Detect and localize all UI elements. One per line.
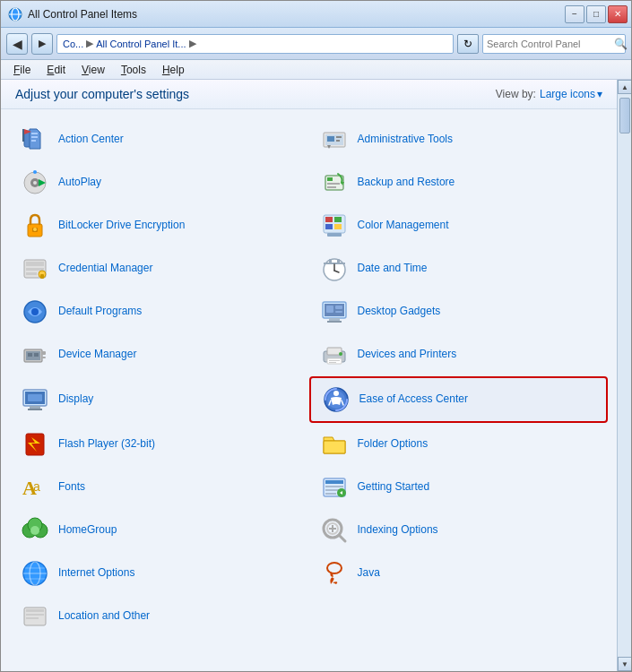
indexing-icon [318, 514, 351, 547]
chevron-down-icon: ▾ [597, 88, 602, 100]
svg-rect-84 [325, 480, 343, 484]
maximize-button[interactable]: □ [586, 5, 606, 23]
menu-help[interactable]: Help [155, 62, 192, 78]
svg-rect-6 [31, 136, 38, 138]
svg-rect-71 [28, 409, 42, 410]
svg-rect-37 [26, 268, 44, 271]
item-display[interactable]: Display [10, 376, 309, 423]
device-mgr-label: Device Manager [58, 348, 136, 362]
display-icon [19, 383, 51, 416]
svg-rect-60 [28, 353, 32, 357]
content-area: Adjust your computer's settings View by:… [1, 80, 631, 671]
viewby-value[interactable]: Large icons ▾ [540, 88, 602, 100]
scroll-up-button[interactable]: ▲ [618, 80, 631, 94]
getting-started-icon [318, 471, 351, 504]
ease-access-icon [320, 383, 352, 416]
search-box[interactable]: 🔍 [482, 34, 626, 54]
autoplay-icon [19, 167, 51, 199]
menu-edit[interactable]: Edit [39, 62, 73, 78]
item-java[interactable]: Java [309, 552, 609, 595]
default-progs-label: Default Programs [58, 305, 142, 319]
menu-bar: File Edit View Tools Help [1, 60, 631, 80]
scrollbar[interactable]: ▲ ▼ [617, 80, 631, 671]
desktop-gadgets-icon [318, 296, 351, 328]
svg-rect-54 [335, 306, 342, 309]
svg-rect-85 [325, 486, 343, 487]
title-bar: All Control Panel Items − □ ✕ [1, 1, 631, 28]
title-bar-left: All Control Panel Items [8, 7, 137, 22]
item-autoplay[interactable]: AutoPlay [10, 161, 309, 204]
address-bar: ◀ ▶ Co... ▶ All Control Panel It... ▶ ↻ … [1, 28, 631, 60]
admin-tools-icon [318, 124, 351, 156]
svg-point-67 [339, 352, 342, 356]
item-folder-options[interactable]: Folder Options [309, 423, 609, 466]
color-mgmt-icon [318, 210, 351, 242]
flash-player-label: Flash Player (32-bit) [58, 437, 155, 452]
close-button[interactable]: ✕ [608, 5, 628, 23]
item-getting-started[interactable]: Getting Started [309, 466, 609, 509]
default-progs-icon [19, 296, 51, 328]
menu-tools[interactable]: Tools [114, 62, 153, 78]
color-mgmt-label: Color Management [358, 219, 449, 233]
folder-options-label: Folder Options [358, 437, 429, 452]
svg-rect-58 [42, 351, 46, 355]
credential-mgr-icon [19, 253, 51, 285]
svg-point-104 [327, 563, 342, 573]
location-icon [19, 600, 51, 633]
item-administrative-tools[interactable]: Administrative Tools [309, 118, 609, 161]
item-bitlocker[interactable]: BitLocker Drive Encryption [10, 204, 309, 247]
window-icon [8, 7, 22, 22]
scroll-track[interactable] [618, 94, 631, 657]
item-action-center[interactable]: Action Center [10, 118, 309, 161]
item-backup-restore[interactable]: Backup and Restore [309, 161, 609, 204]
item-homegroup[interactable]: HomeGroup [10, 509, 309, 552]
scroll-thumb[interactable] [619, 98, 630, 134]
svg-rect-98 [332, 525, 333, 532]
item-default-progs[interactable]: Default Programs [10, 290, 309, 333]
forward-button[interactable]: ▶ [31, 33, 53, 55]
item-location[interactable]: Location and Other [10, 595, 309, 638]
svg-rect-52 [327, 321, 342, 323]
item-ease-access[interactable]: Ease of Access Center [309, 376, 609, 423]
item-credential-mgr[interactable]: Credential Manager [10, 247, 309, 290]
item-internet-options[interactable]: Internet Options [10, 552, 309, 595]
svg-rect-30 [325, 217, 333, 222]
svg-point-18 [33, 181, 37, 185]
flash-player-icon [19, 428, 51, 461]
svg-rect-55 [335, 311, 342, 313]
minimize-button[interactable]: − [565, 5, 584, 23]
svg-line-95 [339, 535, 345, 541]
scroll-down-button[interactable]: ▼ [618, 657, 631, 671]
back-button[interactable]: ◀ [6, 33, 28, 55]
backup-restore-label: Backup and Restore [358, 176, 455, 190]
item-date-time[interactable]: Date and Time [309, 247, 609, 290]
autoplay-label: AutoPlay [58, 176, 101, 190]
window-controls: − □ ✕ [565, 5, 628, 23]
admin-tools-label: Administrative Tools [358, 133, 454, 147]
address-prefix: Co... [63, 39, 83, 49]
devices-printers-label: Devices and Printers [358, 348, 457, 362]
device-mgr-icon [19, 339, 51, 371]
search-input[interactable] [487, 39, 610, 49]
item-device-mgr[interactable]: Device Manager [10, 333, 309, 376]
display-label: Display [58, 392, 93, 407]
menu-file[interactable]: File [6, 62, 38, 78]
item-flash-player[interactable]: Flash Player (32-bit) [10, 423, 309, 466]
item-fonts[interactable]: A a Fonts [10, 466, 309, 509]
svg-rect-70 [30, 406, 40, 409]
bitlocker-label: BitLocker Drive Encryption [58, 219, 185, 233]
refresh-button[interactable]: ↻ [457, 34, 479, 54]
address-path[interactable]: Co... ▶ All Control Panel It... ▶ [56, 34, 454, 54]
item-desktop-gadgets[interactable]: Desktop Gadgets [309, 290, 609, 333]
main-panel: Adjust your computer's settings View by:… [1, 80, 617, 671]
svg-point-75 [333, 391, 339, 396]
fonts-label: Fonts [58, 480, 85, 495]
svg-rect-107 [26, 614, 44, 616]
item-indexing[interactable]: Indexing Options [309, 509, 609, 552]
svg-point-48 [31, 308, 39, 315]
item-color-mgmt[interactable]: Color Management [309, 204, 609, 247]
item-devices-printers[interactable]: Devices and Printers [309, 333, 609, 376]
menu-view[interactable]: View [74, 62, 112, 78]
svg-rect-7 [31, 140, 36, 142]
java-label: Java [358, 566, 380, 581]
